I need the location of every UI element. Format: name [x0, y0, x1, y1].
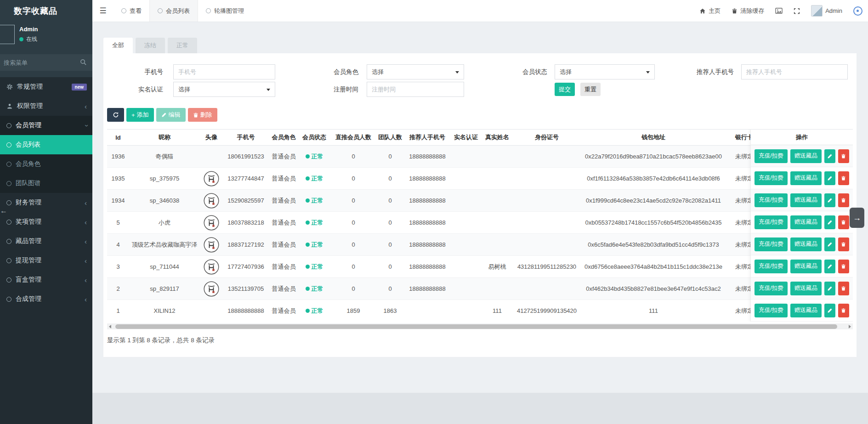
recharge-button[interactable]: 充值/扣费	[755, 260, 787, 273]
cell-role: 普通会员	[269, 168, 299, 190]
member-status-select[interactable]: 选择	[555, 64, 655, 79]
recharge-button[interactable]: 充值/扣费	[755, 149, 787, 163]
cell-phone: 18061991523	[223, 146, 269, 168]
recharge-button[interactable]: 充值/扣费	[755, 215, 787, 229]
gift-collection-button[interactable]: 赠送藏品	[790, 193, 822, 207]
recharge-button[interactable]: 充值/扣费	[755, 237, 787, 251]
sidebar-item-藏品管理[interactable]: 藏品管理‹	[0, 232, 92, 251]
row-delete-button[interactable]	[838, 260, 849, 273]
sidebar-item-团队图谱[interactable]: 团队图谱	[0, 174, 92, 193]
recharge-button[interactable]: 充值/扣费	[755, 282, 787, 295]
status-tab-全部[interactable]: 全部	[103, 38, 133, 53]
sidebar-item-会员管理[interactable]: 会员管理‹	[0, 116, 92, 135]
panel-toggle-arrow[interactable]: →	[850, 208, 864, 228]
row-edit-button[interactable]	[824, 215, 835, 229]
status-dot-icon	[306, 154, 310, 158]
status-tab-冻结[interactable]: 冻结	[136, 38, 165, 53]
add-button[interactable]: +添加	[126, 108, 154, 122]
cell-status: 正常	[299, 146, 330, 168]
edit-button[interactable]: 编辑	[156, 108, 186, 122]
recharge-button[interactable]: 充值/扣费	[755, 193, 787, 207]
status-dot-icon	[306, 176, 310, 181]
scroll-right-arrow[interactable]	[849, 325, 851, 328]
status-tab-正常[interactable]: 正常	[168, 38, 197, 53]
referrer-input[interactable]	[741, 64, 848, 79]
row-delete-button[interactable]	[838, 215, 849, 229]
gift-collection-button[interactable]: 赠送藏品	[790, 304, 822, 317]
sidebar-item-常规管理[interactable]: 常规管理new	[0, 77, 92, 96]
sidebar-item-盲盒管理[interactable]: 盲盒管理‹	[0, 270, 92, 289]
table-row-id-1934[interactable]: 1934sp_34603815290825597普通会员正常0018888888…	[107, 190, 828, 212]
row-edit-button[interactable]	[824, 193, 835, 207]
user-menu[interactable]: Admin	[811, 5, 842, 17]
row-edit-button[interactable]	[824, 149, 835, 163]
home-button[interactable]: 主页	[699, 7, 720, 15]
clear-cache-button[interactable]: 清除缓存	[732, 7, 764, 15]
menu-toggle-icon[interactable]: ☰	[92, 0, 113, 22]
collapse-sidebar-arrow[interactable]: ←	[0, 207, 7, 215]
settings-button[interactable]	[853, 6, 862, 16]
row-edit-button[interactable]	[824, 171, 835, 185]
row-delete-button[interactable]	[838, 304, 849, 317]
circle-icon	[6, 277, 11, 283]
row-delete-button[interactable]	[838, 282, 849, 295]
sidebar-item-合成管理[interactable]: 合成管理‹	[0, 289, 92, 309]
table-row-id-1936[interactable]: 1936奇偶猫18061991523普通会员正常00188888888880x2…	[107, 146, 828, 168]
table-row-id-5[interactable]: 5小虎18037883218普通会员正常00188888888880xb0553…	[107, 212, 828, 234]
menu-search-input[interactable]	[0, 54, 78, 71]
search-icon[interactable]	[80, 59, 87, 66]
cell-referrer	[403, 300, 451, 322]
table-row-id-1[interactable]: 1XILIN1218888888888普通会员正常185918631114127…	[107, 300, 828, 322]
table-row-id-3[interactable]: 3sp_71104417727407936普通会员正常0018888888888…	[107, 256, 828, 278]
table-row-id-2[interactable]: 2sp_82911713521139705普通会员正常0018888888888…	[107, 278, 828, 300]
delete-button[interactable]: 删除	[188, 108, 217, 122]
refresh-button[interactable]	[107, 108, 124, 122]
sidebar-item-权限管理[interactable]: 权限管理‹	[0, 96, 92, 116]
chevron-left-icon: ‹	[85, 277, 87, 283]
role-select[interactable]: 选择	[367, 64, 464, 79]
phone-input[interactable]	[173, 64, 275, 79]
pencil-icon	[161, 112, 167, 118]
real-auth-select[interactable]: 选择	[173, 82, 275, 97]
row-edit-button[interactable]	[824, 260, 835, 273]
scroll-left-arrow[interactable]	[109, 325, 111, 328]
reset-button[interactable]: 重置	[580, 83, 601, 96]
row-delete-button[interactable]	[838, 149, 849, 163]
table-row-id-1935[interactable]: 1935sp_37597513277744847普通会员正常0018888888…	[107, 168, 828, 190]
new-badge: new	[72, 84, 87, 90]
gift-collection-button[interactable]: 赠送藏品	[790, 260, 822, 273]
clear-cache-label: 清除缓存	[740, 7, 764, 15]
status-dot-icon	[306, 220, 310, 225]
sidebar-item-会员角色[interactable]: 会员角色	[0, 154, 92, 174]
sidebar-item-财务管理[interactable]: 财务管理‹	[0, 193, 92, 212]
gift-collection-button[interactable]: 赠送藏品	[790, 282, 822, 295]
recharge-button[interactable]: 充值/扣费	[755, 171, 787, 185]
row-edit-button[interactable]	[824, 282, 835, 295]
topnav-tab-轮播图管理[interactable]: 轮播图管理	[198, 0, 252, 22]
row-delete-button[interactable]	[838, 171, 849, 185]
submit-button[interactable]: 提交	[555, 83, 575, 96]
row-edit-button[interactable]	[824, 237, 835, 251]
recharge-button[interactable]: 充值/扣费	[755, 304, 787, 317]
gift-collection-button[interactable]: 赠送藏品	[790, 171, 822, 185]
sidebar-item-提现管理[interactable]: 提现管理‹	[0, 251, 92, 270]
sidebar-item-会员列表[interactable]: 会员列表	[0, 135, 92, 154]
trash-icon	[841, 175, 846, 181]
row-delete-button[interactable]	[838, 237, 849, 251]
gift-collection-button[interactable]: 赠送藏品	[790, 215, 822, 229]
fullscreen-button[interactable]	[794, 8, 800, 14]
gift-collection-button[interactable]: 赠送藏品	[790, 149, 822, 163]
gift-collection-button[interactable]: 赠送藏品	[790, 237, 822, 251]
reg-time-input[interactable]	[367, 82, 464, 97]
home-icon	[699, 8, 706, 14]
screenshot-button[interactable]	[775, 7, 783, 14]
sidebar-item-奖项管理[interactable]: 奖项管理‹	[0, 212, 92, 232]
scrollbar-thumb[interactable]	[115, 324, 837, 329]
row-edit-button[interactable]	[824, 304, 835, 317]
operations-header: 操作	[751, 129, 853, 145]
topnav-tab-查看[interactable]: 查看	[113, 0, 149, 22]
cell-real-auth	[451, 212, 481, 234]
topnav-tab-会员列表[interactable]: 会员列表	[149, 0, 198, 22]
table-row-id-4[interactable]: 4顶级艺术品收藏咖高宇泽18837127192普通会员正常00188888888…	[107, 234, 828, 256]
row-delete-button[interactable]	[838, 193, 849, 207]
